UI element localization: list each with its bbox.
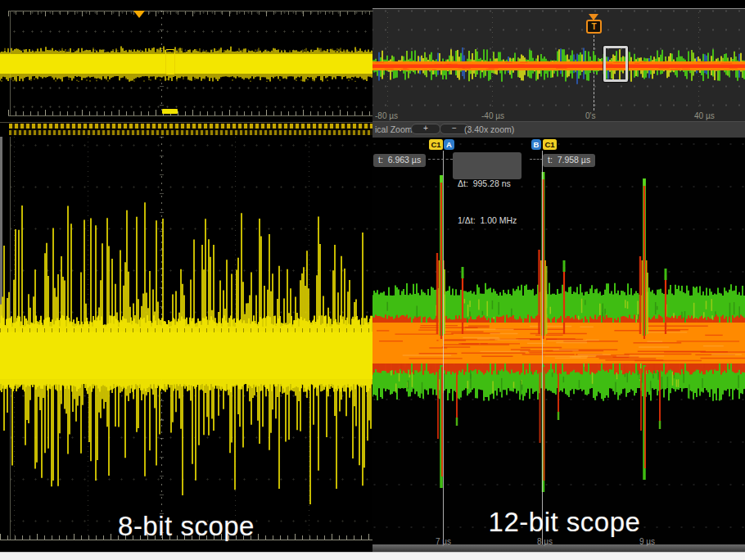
left-main-waveform (0, 137, 372, 542)
overview-tick-label-m80: -80 µs (375, 111, 398, 120)
right-main-waveform (372, 138, 745, 544)
cursor-b-channel-badge[interactable]: C1 (543, 139, 557, 150)
cursor-b-badge[interactable]: B (531, 139, 541, 150)
cursor-b-readout: t: 7.958 µs (543, 154, 595, 167)
left-main-center-graticule (0, 328, 372, 332)
cursor-a-channel-badge[interactable]: C1 (429, 139, 443, 150)
left-zoom-strip (0, 122, 372, 137)
page-bottom-strip (0, 552, 745, 560)
scope-comparison-screenshot: 8-bit scope T -80 µs -40 µs 0's 40 µs ic… (0, 0, 745, 560)
left-scope-caption: 8-bit scope (0, 512, 372, 541)
left-zoom-window-box[interactable] (165, 49, 175, 75)
left-zoom-strip-edge (0, 122, 372, 123)
cursor-connector-a (428, 159, 453, 160)
left-overview-top-ticks-major (8, 11, 372, 16)
cursor-a-line[interactable] (443, 151, 444, 544)
cursor-a-readout: t: 6.963 µs (373, 154, 426, 167)
delta-t-readout: Δt: 995.28 ns (458, 178, 517, 190)
axis-label-8us: 8 µs (537, 537, 553, 546)
right-overview-waveform (372, 45, 745, 86)
right-scope-caption: 12-bit scope (372, 508, 745, 537)
cursor-a-badge[interactable]: A (444, 139, 454, 150)
overview-tick-label-p40: 40 µs (694, 111, 715, 120)
axis-label-7us: 7 µs (436, 537, 451, 546)
left-main-view: 8-bit scope (0, 137, 372, 542)
left-zoom-strip-band-2 (9, 130, 372, 135)
left-scope-8bit: 8-bit scope (0, 0, 372, 560)
right-trigger-flag-icon[interactable]: T (586, 20, 602, 34)
overview-tick-label-m40: -40 µs (481, 111, 504, 120)
left-zoom-strip-band-1 (9, 124, 372, 129)
overview-tick-label-0: 0's (585, 111, 595, 120)
right-scope-12bit: T -80 µs -40 µs 0's 40 µs ical Zoom + − … (372, 0, 745, 560)
left-overview-bottom-graticule (8, 115, 372, 116)
zoom-toolbar-title: ical Zoom (375, 124, 413, 134)
axis-label-9us: 9 µs (639, 537, 655, 546)
left-trigger-position-icon[interactable] (133, 11, 145, 18)
right-main-view: C1 A B C1 t: 6.963 µs Δt: 995.28 ns 1/Δt… (372, 138, 745, 544)
right-zoom-window-box[interactable] (603, 46, 628, 82)
left-overview-waveform (0, 45, 372, 82)
cursor-connector-b (530, 159, 543, 160)
zoom-in-button[interactable]: + (411, 124, 440, 134)
cursor-b-line[interactable] (542, 151, 543, 544)
left-overview-panel (0, 0, 372, 121)
left-zoom-position-marker[interactable] (162, 109, 178, 114)
inv-delta-t-readout: 1/Δt: 1.00 MHz (458, 215, 517, 227)
right-overview-panel: T -80 µs -40 µs 0's 40 µs (372, 9, 745, 121)
right-bottom-bar (372, 544, 745, 552)
delta-readout-box: Δt: 995.28 ns 1/Δt: 1.00 MHz (453, 152, 522, 179)
zoom-toolbar: ical Zoom + − (3.40x zoom) (372, 121, 745, 138)
left-overview-bottom-ticks-major (8, 110, 372, 115)
zoom-factor-label: (3.40x zoom) (464, 124, 514, 134)
